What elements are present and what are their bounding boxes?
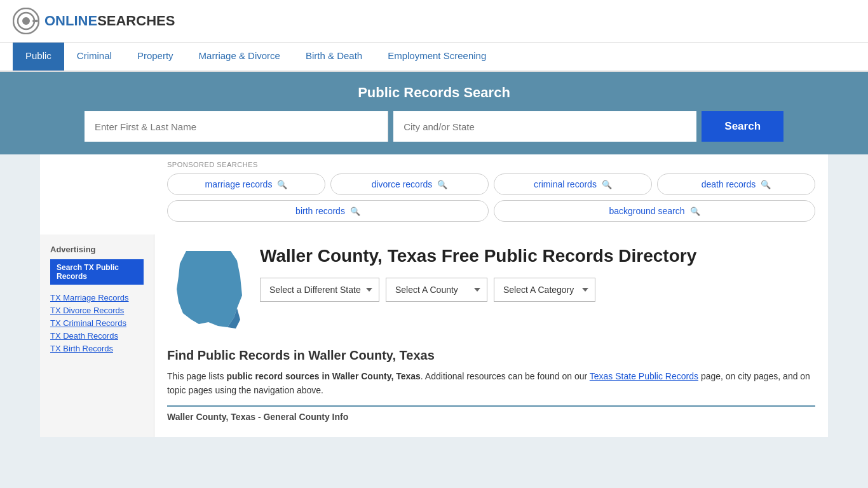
sidebar: Advertising Search TX Public Records TX … <box>40 234 154 437</box>
nav-employment[interactable]: Employment Screening <box>375 43 499 71</box>
category-dropdown[interactable]: Select A Category <box>494 278 595 302</box>
tag-divorce-label: divorce records <box>372 179 433 189</box>
tag-background-search[interactable]: background search 🔍 <box>494 200 815 222</box>
main-wrapper: Advertising Search TX Public Records TX … <box>40 234 828 437</box>
location-input[interactable] <box>393 111 696 142</box>
main-nav: Public Criminal Property Marriage & Divo… <box>0 43 868 72</box>
texas-map-svg <box>167 245 250 334</box>
search-tags-container: marriage records 🔍 divorce records 🔍 cri… <box>167 173 815 222</box>
logo[interactable]: ONLINESEARCHES <box>13 8 175 34</box>
tag-birth-label: birth records <box>295 206 345 216</box>
search-icon-marriage: 🔍 <box>277 180 287 189</box>
nav-birth-death[interactable]: Birth & Death <box>293 43 375 71</box>
main-content: Waller County, Texas Free Public Records… <box>154 234 828 437</box>
search-form: Search <box>85 111 783 142</box>
nav-public[interactable]: Public <box>13 43 64 71</box>
tag-death-label: death records <box>702 179 756 189</box>
table-section-header: Waller County, Texas - General County In… <box>167 405 815 427</box>
sidebar-links: TX Marriage Records TX Divorce Records T… <box>50 292 144 353</box>
county-info: Waller County, Texas Free Public Records… <box>260 245 696 315</box>
svg-point-2 <box>22 17 30 25</box>
tag-death-records[interactable]: death records 🔍 <box>657 173 815 195</box>
dropdowns-container: Select a Different State Select A County… <box>260 278 696 302</box>
name-input[interactable] <box>85 111 388 142</box>
search-icon-death: 🔍 <box>761 180 771 189</box>
sponsored-section: SPONSORED SEARCHES marriage records 🔍 di… <box>40 154 828 222</box>
site-header: ONLINESEARCHES <box>0 0 868 43</box>
find-section-paragraph: This page lists public record sources in… <box>167 369 815 398</box>
county-dropdown[interactable]: Select A County <box>386 278 487 302</box>
county-title: Waller County, Texas Free Public Records… <box>260 245 696 268</box>
sidebar-ad-button[interactable]: Search TX Public Records <box>50 259 144 285</box>
search-icon-birth: 🔍 <box>350 207 360 216</box>
search-button[interactable]: Search <box>702 111 783 142</box>
texas-state-link[interactable]: Texas State Public Records <box>590 371 698 381</box>
sidebar-item-birth[interactable]: TX Birth Records <box>50 343 144 353</box>
texas-map <box>167 245 250 336</box>
search-banner: Public Records Search Search <box>0 72 868 154</box>
search-icon-background: 🔍 <box>690 207 700 216</box>
tag-background-label: background search <box>609 206 684 216</box>
tag-marriage-label: marriage records <box>205 179 273 189</box>
nav-marriage-divorce[interactable]: Marriage & Divorce <box>186 43 293 71</box>
search-banner-title: Public Records Search <box>13 85 855 101</box>
sidebar-item-death[interactable]: TX Death Records <box>50 330 144 341</box>
sidebar-item-divorce[interactable]: TX Divorce Records <box>50 305 144 315</box>
tag-criminal-records[interactable]: criminal records 🔍 <box>494 173 652 195</box>
state-dropdown[interactable]: Select a Different State <box>260 278 379 302</box>
search-icon-criminal: 🔍 <box>602 180 612 189</box>
tag-divorce-records[interactable]: divorce records 🔍 <box>330 173 489 195</box>
find-section: Find Public Records in Waller County, Te… <box>167 348 815 427</box>
nav-property[interactable]: Property <box>125 43 186 71</box>
find-section-heading: Find Public Records in Waller County, Te… <box>167 348 815 363</box>
nav-criminal[interactable]: Criminal <box>64 43 125 71</box>
svg-rect-3 <box>32 20 38 22</box>
tag-criminal-label: criminal records <box>534 179 597 189</box>
logo-text: ONLINESEARCHES <box>44 13 175 29</box>
tag-birth-records[interactable]: birth records 🔍 <box>167 200 489 222</box>
sidebar-item-criminal[interactable]: TX Criminal Records <box>50 318 144 328</box>
sponsored-label: SPONSORED SEARCHES <box>167 161 815 168</box>
sidebar-advertising-label: Advertising <box>50 245 144 254</box>
county-section: Waller County, Texas Free Public Records… <box>167 245 815 336</box>
tag-marriage-records[interactable]: marriage records 🔍 <box>167 173 325 195</box>
sidebar-item-marriage[interactable]: TX Marriage Records <box>50 292 144 302</box>
logo-icon <box>13 8 39 34</box>
search-icon-divorce: 🔍 <box>437 180 447 189</box>
